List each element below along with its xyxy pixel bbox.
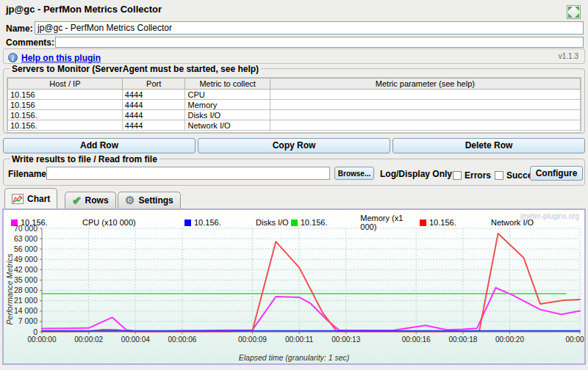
performance-chart: 07 00014 00021 00028 00035 00042 00049 0… bbox=[4, 225, 584, 351]
tab-settings-label: Settings bbox=[138, 195, 173, 206]
svg-text:14 000: 14 000 bbox=[14, 306, 37, 315]
chart-panel: jmeter-plugins.org 10.156.CPU (x10 000)1… bbox=[2, 208, 586, 365]
x-axis-title: Elapsed time (granularity: 1 sec) bbox=[4, 353, 584, 362]
plugin-version: v1.1.3 bbox=[559, 52, 578, 60]
tab-chart-label: Chart bbox=[27, 194, 50, 204]
table-cell[interactable] bbox=[270, 110, 580, 120]
svg-text:28 000: 28 000 bbox=[14, 286, 37, 294]
configure-button[interactable]: Configure bbox=[530, 166, 583, 181]
table-cell[interactable]: 4444 bbox=[122, 100, 185, 110]
tab-bar: Chart ✔ Rows ⚙ Settings bbox=[0, 188, 588, 208]
svg-text:42 000: 42 000 bbox=[14, 265, 37, 274]
column-header: Host / IP bbox=[8, 79, 123, 90]
checkmark-icon: ✔ bbox=[72, 194, 82, 207]
table-cell[interactable]: 4444 bbox=[122, 120, 185, 131]
svg-text:00:00:04: 00:00:04 bbox=[121, 335, 150, 344]
gear-icon: ⚙ bbox=[125, 194, 135, 207]
collapse-arrows-icon[interactable] bbox=[567, 5, 581, 19]
svg-text:00:00:09: 00:00:09 bbox=[238, 335, 267, 344]
table-cell[interactable] bbox=[270, 120, 580, 131]
errors-checkbox[interactable] bbox=[453, 171, 462, 180]
table-cell[interactable]: 10.156 bbox=[8, 100, 123, 110]
svg-text:00:00:23: 00:00:23 bbox=[566, 335, 584, 344]
table-cell[interactable] bbox=[270, 100, 580, 110]
column-header: Port bbox=[122, 79, 185, 90]
file-group: Write results to file / Read from file F… bbox=[3, 159, 585, 186]
svg-text:00:00:13: 00:00:13 bbox=[331, 335, 360, 344]
column-header: Metric parameter (see help) bbox=[270, 79, 580, 90]
table-cell[interactable]: 10.156. bbox=[8, 120, 123, 131]
add-row-button[interactable]: Add Row bbox=[3, 138, 196, 153]
svg-text:00:00:16: 00:00:16 bbox=[402, 335, 431, 344]
svg-text:49 000: 49 000 bbox=[14, 255, 37, 264]
svg-text:00:00:20: 00:00:20 bbox=[495, 335, 524, 344]
table-row[interactable]: 10.156.4444Network I/O bbox=[8, 120, 581, 131]
tab-settings[interactable]: ⚙ Settings bbox=[118, 192, 181, 208]
svg-text:00:00:06: 00:00:06 bbox=[168, 335, 196, 344]
svg-text:00:00:11: 00:00:11 bbox=[285, 335, 314, 344]
errors-label: Errors bbox=[465, 170, 491, 181]
svg-text:35 000: 35 000 bbox=[14, 275, 37, 284]
table-row[interactable]: 10.156.4444Disks I/O bbox=[8, 110, 581, 120]
comments-input[interactable] bbox=[55, 37, 584, 48]
filename-label: Filename bbox=[8, 169, 46, 179]
table-cell[interactable]: 10.156. bbox=[8, 110, 123, 120]
table-cell[interactable]: 4444 bbox=[122, 90, 185, 100]
svg-text:56 000: 56 000 bbox=[14, 244, 37, 253]
table-cell[interactable]: Memory bbox=[185, 100, 270, 110]
help-link[interactable]: Help on this plugin bbox=[21, 53, 101, 63]
log-display-only-label: Log/Display Only: bbox=[380, 169, 455, 179]
browse-button[interactable]: Browse... bbox=[334, 167, 374, 180]
comments-label: Comments: bbox=[6, 37, 54, 48]
table-cell[interactable]: 4444 bbox=[122, 110, 185, 120]
help-panel: iHelp on this plugin v1.1.3 bbox=[3, 48, 585, 64]
table-cell[interactable]: Network I/O bbox=[185, 120, 270, 131]
svg-text:7 000: 7 000 bbox=[18, 316, 37, 325]
successes-checkbox[interactable] bbox=[495, 171, 503, 180]
table-cell[interactable]: CPU bbox=[185, 90, 270, 100]
tab-rows-label: Rows bbox=[85, 195, 109, 206]
table-row[interactable]: 10.1564444Memory bbox=[8, 100, 581, 110]
table-buttons-row: Add Row Copy Row Delete Row bbox=[3, 138, 585, 153]
servers-group-title: Servers to Monitor (ServerAgent must be … bbox=[10, 64, 261, 74]
comments-row: Comments: bbox=[0, 37, 588, 48]
table-cell[interactable]: Disks I/O bbox=[185, 110, 270, 120]
svg-text:21 000: 21 000 bbox=[14, 296, 37, 305]
column-header: Metric to collect bbox=[185, 79, 270, 90]
window-title: jp@gc - PerfMon Metrics Collector bbox=[6, 4, 162, 15]
servers-group: Servers to Monitor (ServerAgent must be … bbox=[3, 68, 585, 134]
svg-text:0: 0 bbox=[33, 327, 37, 336]
servers-table[interactable]: Host / IPPortMetric to collectMetric par… bbox=[7, 78, 581, 131]
file-group-title: Write results to file / Read from file bbox=[10, 154, 159, 164]
table-cell[interactable]: 10.156 bbox=[8, 90, 123, 100]
perfmon-collector-window: jp@gc - PerfMon Metrics Collector Name: … bbox=[0, 0, 588, 370]
servers-table-header: Host / IPPortMetric to collectMetric par… bbox=[8, 79, 581, 90]
servers-table-wrap: Host / IPPortMetric to collectMetric par… bbox=[7, 77, 581, 133]
name-label: Name: bbox=[6, 23, 33, 34]
table-row[interactable]: 10.1564444CPU bbox=[8, 90, 581, 100]
name-row: Name: bbox=[0, 21, 588, 36]
svg-text:63 000: 63 000 bbox=[14, 234, 37, 243]
name-input[interactable] bbox=[35, 21, 584, 35]
svg-text:00:00:18: 00:00:18 bbox=[448, 335, 477, 344]
chart-icon bbox=[12, 194, 24, 204]
svg-text:00:00:02: 00:00:02 bbox=[74, 335, 103, 344]
table-cell[interactable] bbox=[270, 90, 580, 100]
collapse-arrows-glyph bbox=[567, 6, 580, 18]
svg-text:70 000: 70 000 bbox=[14, 225, 37, 233]
info-icon: i bbox=[8, 53, 18, 62]
delete-row-button[interactable]: Delete Row bbox=[392, 138, 585, 153]
copy-row-button[interactable]: Copy Row bbox=[198, 138, 390, 153]
svg-text:00:00:00: 00:00:00 bbox=[28, 335, 57, 344]
tab-chart[interactable]: Chart bbox=[4, 188, 57, 208]
filename-input[interactable] bbox=[46, 167, 330, 180]
tab-rows[interactable]: ✔ Rows bbox=[65, 192, 116, 208]
